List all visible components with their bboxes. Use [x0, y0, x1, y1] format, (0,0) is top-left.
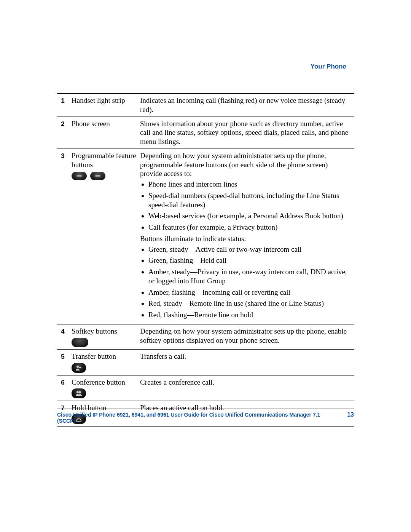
svg-point-0: [76, 366, 79, 368]
softkey-button-icon: [72, 338, 88, 347]
row-number: 6: [57, 375, 70, 401]
status-list: Green, steady—Active call or two-way int…: [148, 245, 351, 320]
component-description: Shows information about your phone such …: [139, 117, 354, 149]
page-footer: Cisco Unified IP Phone 6921, 6941, and 6…: [57, 409, 354, 424]
footer-title: Cisco Unified IP Phone 6921, 6941, and 6…: [57, 412, 338, 424]
document-page: Your Phone 1 Handset light strip Indicat…: [0, 0, 411, 532]
component-description: Creates a conference call.: [139, 375, 354, 401]
component-name-text: Softkey buttons: [72, 327, 117, 335]
component-name: Phone screen: [70, 117, 139, 149]
svg-point-1: [76, 391, 79, 393]
table-row: 2 Phone screen Shows information about y…: [57, 117, 354, 149]
conference-button-icon: [72, 388, 86, 398]
page-number: 13: [347, 411, 354, 418]
component-name-text: Conference button: [72, 378, 125, 386]
list-item: Red, flashing—Remote line on hold: [148, 310, 351, 320]
component-description: Indicates an incoming call (flashing red…: [139, 94, 354, 117]
list-item: Amber, flashing—Incoming call or reverti…: [148, 288, 351, 297]
component-name: Transfer button: [70, 350, 139, 375]
table-row: 5 Transfer button: [57, 350, 354, 375]
component-name-text: Transfer button: [72, 352, 116, 360]
list-item: Amber, steady—Privacy in use, one-way in…: [148, 267, 351, 286]
programmable-button-icons: [72, 171, 136, 180]
list-item: Red, steady—Remote line in use (shared l…: [148, 299, 351, 308]
access-list: Phone lines and intercom lines Speed-dia…: [148, 180, 351, 232]
component-description: Depending on how your system administrat…: [139, 324, 354, 349]
list-item: Green, flashing—Held call: [148, 256, 351, 265]
table-row: 4 Softkey buttons Depending on how your …: [57, 324, 354, 349]
table-row: 1 Handset light strip Indicates an incom…: [57, 94, 354, 117]
list-item: Call features (for example, a Privacy bu…: [148, 223, 351, 232]
component-name: Programmable feature buttons: [70, 149, 139, 324]
row-number: 1: [57, 94, 70, 117]
list-item: Phone lines and intercom lines: [148, 180, 351, 189]
row-number: 4: [57, 324, 70, 349]
section-header: Your Phone: [311, 63, 346, 70]
svg-point-2: [79, 391, 81, 393]
row-number: 3: [57, 149, 70, 324]
table-row: 6 Conference button: [57, 375, 354, 401]
component-name: Softkey buttons: [70, 324, 139, 349]
row-number: 5: [57, 350, 70, 375]
list-item: Speed-dial numbers (speed-dial buttons, …: [148, 191, 351, 209]
list-item: Green, steady—Active call or two-way int…: [148, 245, 351, 254]
row-number: 2: [57, 117, 70, 149]
list-item: Web-based services (for example, a Perso…: [148, 211, 351, 220]
component-name: Conference button: [70, 375, 139, 401]
feature-button-left-icon: [72, 172, 87, 180]
components-table: 1 Handset light strip Indicates an incom…: [57, 93, 354, 427]
transfer-button-icon: [72, 363, 86, 373]
desc-intro: Depending on how your system administrat…: [140, 151, 351, 178]
feature-button-right-icon: [90, 172, 105, 180]
component-name: Handset light strip: [70, 94, 139, 117]
desc-mid: Buttons illuminate to indicate status:: [140, 234, 351, 243]
table-row: 3 Programmable feature buttons Depending…: [57, 149, 354, 324]
footer-rule: [57, 409, 354, 409]
component-description: Transfers a call.: [139, 350, 354, 375]
component-name-text: Programmable feature buttons: [72, 152, 136, 169]
component-description: Depending on how your system administrat…: [139, 149, 354, 324]
